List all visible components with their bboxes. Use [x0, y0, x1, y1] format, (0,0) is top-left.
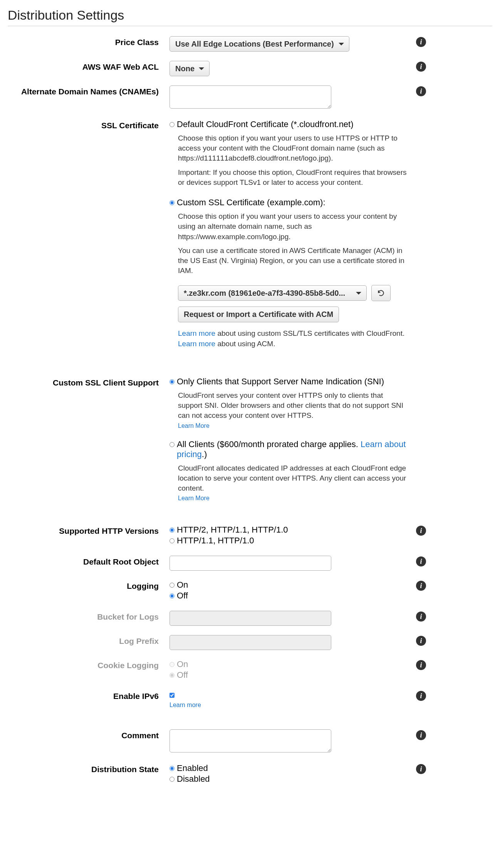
enabled-text: Enabled	[177, 763, 208, 773]
logging-label: Logging	[8, 579, 169, 591]
waf-select[interactable]: None	[169, 61, 210, 76]
bucket-logs-input	[169, 611, 331, 626]
info-icon[interactable]	[416, 730, 426, 740]
http2-text: HTTP/2, HTTP/1.1, HTTP/1.0	[177, 525, 288, 535]
info-icon[interactable]	[416, 612, 426, 622]
logging-on-radio[interactable]: On	[169, 580, 416, 590]
ssl-custom-help2: You can use a certificate stored in AWS …	[178, 246, 416, 276]
refresh-icon	[377, 289, 385, 297]
ssl-default-help2: Important: If you choose this option, Cl…	[178, 168, 416, 188]
dist-state-label: Distribution State	[8, 762, 169, 774]
on-text: On	[177, 580, 188, 590]
ssl-client-label: Custom SSL Client Support	[8, 376, 169, 387]
ipv6-checkbox[interactable]	[169, 690, 416, 698]
on-text: On	[177, 659, 188, 669]
sni-learn-link[interactable]: Learn More	[178, 422, 210, 429]
refresh-button[interactable]	[371, 285, 391, 301]
http11-text: HTTP/1.1, HTTP/1.0	[177, 536, 254, 546]
price-class-label: Price Class	[8, 35, 169, 47]
all-help: CloudFront allocates dedicated IP addres…	[178, 463, 416, 494]
ssl-default-radio[interactable]: Default CloudFront Certificate (*.cloudf…	[169, 119, 416, 129]
cnames-label: Alternate Domain Names (CNAMEs)	[8, 85, 169, 96]
ipv6-learn-link[interactable]: Learn more	[169, 702, 201, 708]
info-icon[interactable]	[416, 581, 426, 591]
info-icon[interactable]	[416, 86, 426, 96]
cert-select[interactable]: *.ze3kr.com (81961e0e-a7f3-4390-85b8-5d0…	[178, 285, 367, 301]
all-clients-text: All Clients ($600/month prorated charge …	[177, 439, 416, 459]
root-obj-label: Default Root Object	[8, 555, 169, 566]
all-learn-link[interactable]: Learn More	[178, 495, 210, 501]
cookie-off-radio: Off	[169, 670, 416, 680]
root-obj-input[interactable]	[169, 556, 331, 571]
sni-radio[interactable]: Only Clients that Support Server Name In…	[169, 377, 416, 387]
info-icon[interactable]	[416, 691, 426, 701]
info-icon[interactable]	[416, 62, 426, 72]
ssl-learn1: Learn more about using custom SSL/TLS ce…	[178, 328, 416, 338]
log-prefix-input	[169, 635, 331, 650]
ssl-custom-help1: Choose this option if you want your user…	[178, 211, 416, 242]
comment-input[interactable]	[169, 729, 331, 752]
learn-more-link[interactable]: Learn more	[178, 340, 215, 348]
comment-label: Comment	[8, 729, 169, 740]
all-clients-radio[interactable]: All Clients ($600/month prorated charge …	[169, 439, 416, 459]
page-title: Distribution Settings	[8, 8, 492, 23]
divider	[8, 26, 492, 26]
waf-label: AWS WAF Web ACL	[8, 60, 169, 72]
ssl-default-text: Default CloudFront Certificate (*.cloudf…	[177, 119, 354, 129]
info-icon[interactable]	[416, 636, 426, 646]
logging-off-radio[interactable]: Off	[169, 591, 416, 601]
info-icon[interactable]	[416, 556, 426, 566]
log-prefix-label: Log Prefix	[8, 634, 169, 646]
ssl-custom-text: Custom SSL Certificate (example.com):	[177, 198, 326, 208]
cookie-on-radio: On	[169, 659, 416, 669]
state-disabled-radio[interactable]: Disabled	[169, 774, 416, 784]
off-text: Off	[177, 591, 188, 601]
request-acm-button[interactable]: Request or Import a Certificate with ACM	[178, 307, 339, 322]
info-icon[interactable]	[416, 764, 426, 774]
ssl-learn2: Learn more about using ACM.	[178, 339, 416, 349]
cookie-log-label: Cookie Logging	[8, 659, 169, 670]
info-icon[interactable]	[416, 37, 426, 47]
info-icon[interactable]	[416, 660, 426, 670]
ipv6-label: Enable IPv6	[8, 689, 169, 701]
off-text: Off	[177, 670, 188, 680]
http2-radio[interactable]: HTTP/2, HTTP/1.1, HTTP/1.0	[169, 525, 416, 535]
disabled-text: Disabled	[177, 774, 210, 784]
ssl-cert-label: SSL Certificate	[8, 119, 169, 130]
sni-help: CloudFront serves your content over HTTP…	[178, 390, 416, 421]
http-ver-label: Supported HTTP Versions	[8, 524, 169, 536]
info-icon[interactable]	[416, 526, 426, 536]
ssl-default-help1: Choose this option if you want your user…	[178, 133, 416, 164]
ssl-custom-radio[interactable]: Custom SSL Certificate (example.com):	[169, 198, 416, 208]
bucket-logs-label: Bucket for Logs	[8, 610, 169, 622]
learn-more-link[interactable]: Learn more	[178, 329, 215, 337]
cnames-input[interactable]	[169, 85, 331, 109]
http11-radio[interactable]: HTTP/1.1, HTTP/1.0	[169, 536, 416, 546]
state-enabled-radio[interactable]: Enabled	[169, 763, 416, 773]
sni-text: Only Clients that Support Server Name In…	[177, 377, 384, 387]
price-class-select[interactable]: Use All Edge Locations (Best Performance…	[169, 36, 349, 52]
